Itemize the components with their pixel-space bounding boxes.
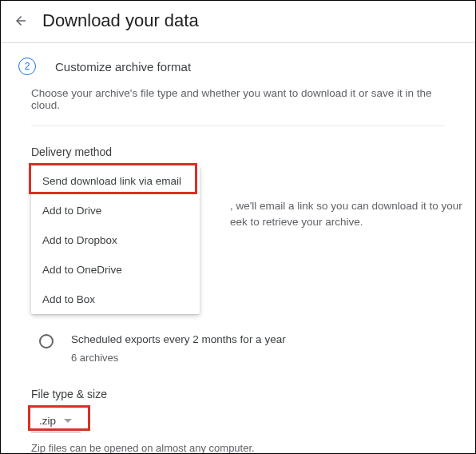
- annotation-highlight: [28, 405, 90, 431]
- step-header[interactable]: 2 Customize archive format: [1, 43, 475, 88]
- delivery-option-drive[interactable]: Add to Drive: [31, 196, 200, 225]
- dropdown-item-label: Add to Dropbox: [42, 234, 117, 246]
- delivery-description-partial: , we'll email a link so you can download…: [230, 166, 476, 229]
- description-line: eek to retrieve your archive.: [230, 214, 476, 230]
- frequency-option-scheduled[interactable]: Scheduled exports every 2 months for a y…: [31, 333, 445, 364]
- file-type-hint: Zip files can be opened on almost any co…: [31, 442, 445, 454]
- delivery-option-dropbox[interactable]: Add to Dropbox: [31, 225, 200, 255]
- delivery-method-dropdown[interactable]: Send download link via email Add to Driv…: [31, 166, 200, 314]
- step-number-badge: 2: [18, 58, 36, 75]
- intro-text: Choose your archive's file type and whet…: [31, 87, 445, 126]
- dropdown-item-label: Add to OneDrive: [42, 264, 122, 276]
- dropdown-item-label: Add to Box: [42, 293, 95, 305]
- back-arrow-icon[interactable]: [14, 14, 28, 28]
- page-title: Download your data: [42, 10, 199, 31]
- frequency-section: Scheduled exports every 2 months for a y…: [31, 333, 445, 364]
- annotation-highlight: [29, 163, 197, 194]
- dropdown-item-label: Add to Drive: [42, 205, 101, 217]
- header: Download your data: [1, 1, 475, 43]
- delivery-option-onedrive[interactable]: Add to OneDrive: [31, 255, 200, 285]
- radio-icon[interactable]: [39, 334, 54, 348]
- file-type-size-label: File type & size: [31, 388, 445, 400]
- description-line: , we'll email a link so you can download…: [230, 198, 476, 214]
- delivery-method-label: Delivery method: [31, 145, 445, 158]
- delivery-option-email[interactable]: Send download link via email: [31, 166, 200, 196]
- radio-sublabel: 6 archives: [71, 352, 286, 364]
- delivery-option-box[interactable]: Add to Box: [31, 285, 200, 314]
- radio-label: Scheduled exports every 2 months for a y…: [71, 333, 286, 345]
- content-area: Choose your archive's file type and whet…: [1, 87, 475, 454]
- step-title: Customize archive format: [55, 60, 191, 74]
- file-type-select[interactable]: .zip: [31, 410, 81, 432]
